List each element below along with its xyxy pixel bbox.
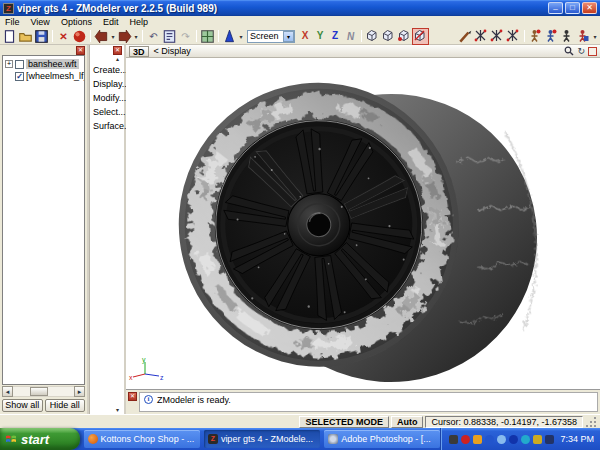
taskbar-task-zmodeler[interactable]: Z viper gts 4 - ZModele...	[204, 430, 320, 448]
info-icon	[144, 395, 153, 404]
zmodeler-window: Z viper gts 4 - ZModeler ver 2.2.5 (Buil…	[0, 0, 600, 45]
normals-icon[interactable]: N	[343, 29, 358, 44]
command-display[interactable]: Display...	[93, 79, 124, 89]
axis-x-button[interactable]: X	[298, 29, 312, 43]
titlebar[interactable]: Z viper gts 4 - ZModeler ver 2.2.5 (Buil…	[0, 0, 600, 16]
command-create[interactable]: Create...	[93, 65, 124, 75]
export-icon[interactable]	[117, 29, 132, 44]
tray-icon[interactable]	[473, 435, 482, 444]
combobox-dropdown-arrow[interactable]	[283, 31, 294, 42]
scroll-right-icon[interactable]	[74, 386, 85, 397]
message-box: ZModeler is ready.	[139, 392, 598, 412]
refresh-icon[interactable]: ↻	[577, 46, 585, 56]
open-file-icon[interactable]	[18, 29, 33, 44]
gizmo-dropdown-arrow[interactable]	[238, 33, 244, 40]
panel-settings-icon[interactable]	[162, 29, 177, 44]
background-image-icon[interactable]	[200, 29, 215, 44]
commands-scroll-down-icon[interactable]	[90, 406, 124, 414]
tree-hscrollbar[interactable]	[2, 386, 85, 397]
commands-panel-close-icon[interactable]	[113, 46, 122, 55]
scene-tree[interactable]: banshee.wft [wheelmesh_lf]	[2, 55, 85, 385]
pivot-tool-icon[interactable]	[474, 29, 489, 44]
delete-icon[interactable]: ✕	[56, 29, 71, 44]
tray-icon[interactable]	[497, 435, 506, 444]
redo-icon-disabled[interactable]: ↷	[178, 29, 193, 44]
menu-file[interactable]: File	[5, 17, 20, 27]
objects-mode-icon-active[interactable]	[413, 29, 428, 44]
auto-toggle[interactable]: Auto	[391, 416, 424, 428]
minimize-button[interactable]	[548, 2, 563, 14]
command-surface[interactable]: Surface...	[93, 121, 124, 131]
scene-tree-panel: banshee.wft [wheelmesh_lf] Show all Hide…	[0, 45, 89, 414]
commands-panel: Create... Display... Modify... Select...…	[89, 45, 126, 414]
edges-mode-icon[interactable]	[381, 29, 396, 44]
tray-icon[interactable]	[461, 435, 470, 444]
scroll-track[interactable]	[13, 386, 74, 397]
tray-icon[interactable]	[521, 435, 530, 444]
import-icon[interactable]	[94, 29, 109, 44]
root-checkbox[interactable]	[15, 60, 24, 69]
menu-options[interactable]: Options	[61, 17, 92, 27]
undo-icon[interactable]: ↶	[146, 29, 161, 44]
child-checkbox[interactable]	[15, 72, 24, 81]
taskbar-task-browser[interactable]: Kottons Chop Shop - ...	[84, 430, 200, 448]
axis-z-button[interactable]: Z	[328, 29, 342, 43]
restore-button[interactable]	[565, 2, 580, 14]
taskbar: start Kottons Chop Shop - ... Z viper gt…	[0, 428, 600, 450]
taskbar-task-photoshop[interactable]: Adobe Photoshop - [...	[324, 430, 440, 448]
tree-child-label[interactable]: [wheelmesh_lf]	[26, 71, 85, 81]
wheel-render	[126, 58, 600, 389]
expand-icon[interactable]	[5, 60, 13, 68]
menu-edit[interactable]: Edit	[103, 17, 119, 27]
axis-y-button[interactable]: Y	[313, 29, 327, 43]
toolbar-separator	[361, 30, 362, 42]
tree-row-root[interactable]: banshee.wft	[3, 58, 84, 70]
scroll-left-icon[interactable]	[2, 386, 13, 397]
new-file-icon[interactable]	[2, 29, 17, 44]
maximize-view-icon[interactable]	[588, 47, 597, 56]
viewport-mode-tab[interactable]: 3D	[129, 46, 149, 57]
coords-mode-value: Screen	[250, 31, 279, 41]
menu-help[interactable]: Help	[129, 17, 148, 27]
tray-icon[interactable]	[533, 435, 542, 444]
message-bar-close-icon[interactable]	[128, 392, 137, 401]
save-icon[interactable]	[34, 29, 49, 44]
show-all-button[interactable]: Show all	[2, 399, 43, 412]
tree-root-label[interactable]: banshee.wft	[26, 59, 79, 69]
brush-tool-icon[interactable]	[458, 29, 473, 44]
tree-panel-close-icon[interactable]	[76, 46, 85, 55]
menu-view[interactable]: View	[31, 17, 50, 27]
vertices-mode-icon[interactable]	[365, 29, 380, 44]
tree-row-child[interactable]: [wheelmesh_lf]	[3, 70, 84, 82]
bones-tool-icon[interactable]	[544, 29, 559, 44]
close-button[interactable]	[582, 2, 597, 14]
tray-icon[interactable]	[485, 435, 494, 444]
task-label: Kottons Chop Shop - ...	[101, 434, 195, 444]
scroll-thumb[interactable]	[30, 387, 48, 396]
tray-icon[interactable]	[509, 435, 518, 444]
skeleton-tool-icon[interactable]	[528, 29, 543, 44]
tray-icon[interactable]	[545, 435, 554, 444]
export-dropdown-arrow[interactable]	[133, 33, 139, 40]
tray-icon[interactable]	[449, 435, 458, 444]
material-sphere-icon[interactable]	[72, 29, 87, 44]
command-modify[interactable]: Modify...	[93, 93, 124, 103]
animation-tool-icon[interactable]	[576, 29, 591, 44]
commands-scroll-up-icon[interactable]	[90, 55, 124, 63]
hide-all-button[interactable]: Hide all	[45, 399, 86, 412]
command-select[interactable]: Select...	[93, 107, 124, 117]
faces-mode-icon[interactable]	[397, 29, 412, 44]
axes-tool-icon[interactable]	[490, 29, 505, 44]
viewport-3d-canvas[interactable]: x y z	[126, 58, 600, 389]
start-button[interactable]: start	[0, 428, 80, 450]
resize-grip[interactable]	[585, 416, 597, 428]
import-dropdown-arrow[interactable]	[110, 33, 116, 40]
coords-mode-combobox[interactable]: Screen	[247, 30, 295, 43]
viewport-display-label[interactable]: < Display	[154, 46, 191, 56]
start-label: start	[21, 432, 49, 447]
tools-dropdown-arrow[interactable]	[592, 33, 598, 40]
gizmo-cone-icon[interactable]	[222, 29, 237, 44]
local-axes-tool-icon[interactable]	[506, 29, 521, 44]
zoom-icon[interactable]	[564, 46, 574, 56]
pose-tool-icon[interactable]	[560, 29, 575, 44]
